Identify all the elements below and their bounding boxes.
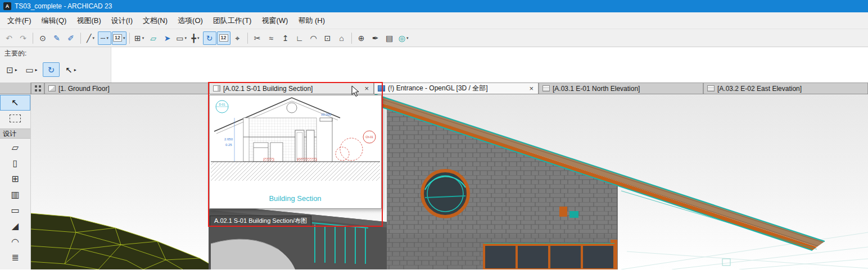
find-select-button[interactable]: ⊕ (355, 31, 368, 45)
anchor-point-button[interactable]: ╋ ▾ (189, 31, 202, 45)
toolbar-button-icon: ┄ (101, 34, 105, 42)
stair-tool[interactable]: ≣ (0, 250, 30, 266)
tab-icon (213, 85, 220, 91)
tool-icon: ◠ (11, 237, 19, 246)
marquee-select-button[interactable]: ▭ ▸ (23, 62, 40, 77)
chevron-down-icon[interactable]: ▾ (92, 36, 94, 40)
arrow-mode-button[interactable]: ↖ ▸ (62, 62, 79, 77)
marquee-tool[interactable] (0, 111, 30, 126)
redo-button[interactable]: ↷ (16, 31, 30, 45)
menu-view[interactable]: 视图(B) (71, 13, 106, 28)
chevron-down-icon[interactable]: ▾ (197, 36, 200, 40)
tracker-button[interactable]: ⌖ (231, 31, 245, 45)
flyout-arrow-icon[interactable]: ▸ (15, 67, 17, 72)
renovation-filter-button[interactable]: ◎ ▾ (397, 31, 410, 45)
toolbar-button-icon: ↷ (20, 34, 26, 42)
tab-3d-entrance[interactable]: (!) Entrance - OpenGL [3D / 全部] × (374, 83, 539, 94)
tab-north-elevation[interactable]: [A.03.1 E-01 North Elevation] (539, 83, 703, 94)
tab-close-button[interactable]: × (363, 85, 370, 92)
adjust-button[interactable]: ≈ (265, 31, 278, 45)
offset-guides-button[interactable]: ┄ ▾ (98, 31, 111, 45)
fillet-button[interactable]: ◠ (307, 31, 320, 45)
tool-icon: ▯ (13, 159, 18, 168)
toolbar-button-icon: ✒ (372, 34, 379, 42)
tool-icon: ≣ (11, 253, 19, 262)
guide-lines-button[interactable]: ╱ ▾ (84, 31, 97, 45)
wall-tool[interactable]: ▱ (0, 140, 30, 155)
intersect-button[interactable]: ∟ (293, 31, 306, 45)
docked-toolbar-row: 主要的: ⊡ ▸ ▭ ▸ ↻ ↖ ▸ (0, 47, 868, 83)
highlight-pen-button[interactable]: ✒ (369, 31, 382, 45)
chevron-down-icon[interactable]: ▾ (406, 36, 409, 40)
tab-bar: [1. Ground Floor] [A.02.1 S-01 Building … (0, 83, 868, 94)
toolbar-button-icon: ✎ (53, 34, 60, 42)
shell-tool[interactable]: ◠ (0, 234, 30, 250)
arrow-tool[interactable]: ↖ (0, 95, 30, 111)
menu-edit[interactable]: 编辑(Q) (37, 13, 72, 28)
marquee-method-button[interactable]: ▭ ▾ (175, 31, 188, 45)
palette-button-icon: ▭ (25, 66, 33, 74)
snap-grid-button[interactable]: ⊞ ▾ (133, 31, 146, 45)
menu-item-label: 团队工作(T) (213, 16, 252, 25)
toolbar-button-icon: ╱ (87, 34, 91, 42)
undo-button[interactable]: ↶ (2, 31, 16, 45)
toolbar-button-icon: 12 (113, 34, 122, 42)
tab-close-button[interactable]: × (528, 85, 535, 92)
home-story-button[interactable]: ⌂ (335, 31, 349, 45)
tab-label: [A.02.1 S-01 Building Section] (223, 85, 313, 93)
toolbar-button-icon: ✂ (254, 34, 261, 42)
flyout-arrow-icon[interactable]: ▸ (35, 67, 38, 72)
menu-file[interactable]: 文件(F) (2, 13, 37, 28)
menu-help[interactable]: 帮助 (H) (293, 13, 330, 28)
title-bar: A TS03_complete - ARCHICAD 23 (0, 0, 868, 12)
chevron-down-icon[interactable]: ▾ (184, 36, 187, 40)
inject-parameters-button[interactable]: ✐ (64, 31, 78, 45)
snap-values-button[interactable]: 12 ▾ (112, 31, 126, 45)
menu-window[interactable]: 视窗(W) (256, 13, 293, 28)
gravity-button[interactable]: ➤ (161, 31, 174, 45)
split-button[interactable]: ✂ (251, 31, 264, 45)
toolbar-button-icon: ∟ (296, 34, 304, 42)
editing-plane-button[interactable]: ▱ (147, 31, 160, 45)
layer-settings-button[interactable]: ▤ (383, 31, 396, 45)
toolbar-button-icon: ╋ (192, 34, 196, 42)
orbit-button[interactable]: ↻ (43, 62, 60, 77)
column-tool[interactable]: ▥ (0, 187, 30, 203)
menu-options[interactable]: 选项(O) (173, 13, 208, 28)
tab-ground-floor[interactable]: [1. Ground Floor] (44, 83, 209, 94)
toolbar-button-icon: ↥ (282, 34, 289, 42)
beam-tool[interactable]: ▭ (0, 203, 30, 218)
coordinates-button[interactable]: 12 (217, 31, 230, 45)
tab-label: (!) Entrance - OpenGL [3D / 全部] (388, 84, 488, 93)
tab-label: [A.03.1 E-01 North Elevation] (553, 85, 640, 93)
marquee-edit-button[interactable]: ⊡ ▸ (3, 62, 20, 77)
chevron-down-icon[interactable]: ▾ (142, 36, 144, 40)
chevron-down-icon[interactable]: ▾ (106, 36, 108, 40)
door-tool[interactable]: ▯ (0, 155, 30, 171)
window-tool[interactable]: ⊞ (0, 171, 30, 187)
toolbar-button-icon: ◎ (399, 34, 405, 42)
tab-overview-button[interactable] (31, 83, 44, 94)
section-preview-drawing: Ch-01 D-01 2.650 0.25 ±0.000 6.00 Buildi… (210, 95, 381, 208)
menu-design[interactable]: 设计(I) (106, 13, 138, 28)
explore-model-button[interactable]: ↻ (203, 31, 216, 45)
menu-document[interactable]: 文档(N) (138, 13, 173, 28)
elevate-button[interactable]: ↥ (279, 31, 292, 45)
tab-label: [1. Ground Floor] (58, 85, 110, 93)
menu-teamwork[interactable]: 团队工作(T) (208, 13, 257, 28)
tab-preview-popup[interactable]: Ch-01 D-01 2.650 0.25 ±0.000 6.00 Buildi… (209, 95, 382, 209)
toolbox-group-design[interactable]: 设计 (0, 129, 30, 139)
roof-tool[interactable]: ◢ (0, 218, 30, 234)
toolbar-button-icon: ▱ (150, 34, 156, 42)
tab-east-elevation[interactable]: [A.03.2 E-02 East Elevation] (703, 83, 868, 94)
chevron-down-icon[interactable]: ▾ (123, 36, 125, 40)
3d-viewport[interactable] (31, 94, 868, 269)
tab-building-section[interactable]: [A.02.1 S-01 Building Section] × (209, 83, 374, 94)
select-elements-button[interactable]: ⊙ (36, 31, 49, 45)
toolbar-separator (33, 33, 33, 44)
flyout-arrow-icon[interactable]: ▸ (74, 67, 76, 72)
pickup-parameters-button[interactable]: ✎ (50, 31, 64, 45)
chimney-label: Ch-01 (365, 135, 373, 139)
resize-button[interactable]: ⊡ (321, 31, 334, 45)
window-title: TS03_complete - ARCHICAD 23 (15, 2, 112, 10)
